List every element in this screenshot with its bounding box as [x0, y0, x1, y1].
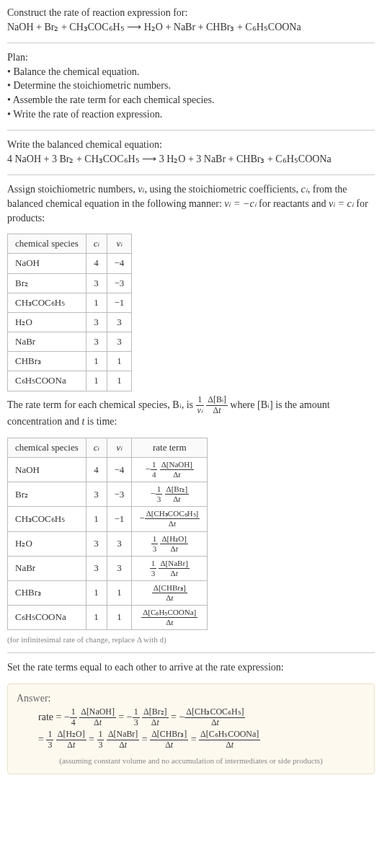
cell-nu: −1 [107, 507, 132, 531]
cell-c: 1 [86, 293, 107, 312]
col-rate: rate term [132, 438, 208, 458]
frac: 13 [133, 708, 140, 727]
cell-rate: −14 Δ[NaOH]Δt [132, 458, 208, 482]
cell-nu: 3 [107, 312, 132, 332]
balanced-title: Write the balanced chemical equation: [7, 138, 375, 152]
col-ci: cᵢ [86, 438, 107, 458]
cell-rate: Δ[C₆H₅COONa]Δt [132, 605, 208, 629]
table-row: H₂O 3 3 13 Δ[H₂O]Δt [8, 531, 208, 556]
set-equal-text: Set the rate terms equal to each other t… [7, 660, 375, 675]
table-row: NaOH 4 −4 −14 Δ[NaOH]Δt [8, 458, 208, 482]
cell-nu: −3 [107, 482, 132, 507]
table-row: NaOH 4 −4 [8, 254, 132, 273]
plan-step-text: Write the rate of reaction expression. [13, 109, 162, 120]
cell-species: CHBr₃ [8, 580, 86, 605]
table-row: CHBr₃ 1 1 Δ[CHBr₃]Δt [8, 580, 208, 605]
plan-step-text: Determine the stoichiometric numbers. [13, 80, 171, 91]
frac: 13 [97, 730, 105, 750]
table-header-row: chemical species cᵢ νᵢ rate term [8, 438, 208, 458]
cell-nu: 1 [107, 580, 132, 605]
table-row: C₆H₅COONa 1 1 Δ[C₆H₅COONa]Δt [8, 605, 208, 629]
cell-c: 3 [86, 273, 107, 293]
relation: νᵢ = cᵢ [329, 198, 354, 209]
cell-nu: 1 [107, 371, 132, 391]
plan-step: • Write the rate of reaction expression. [7, 107, 375, 122]
cell-rate: −Δ[CH₃COC₆H₅]Δt [132, 507, 208, 531]
col-species: chemical species [8, 234, 86, 254]
rate-prefix: rate = [38, 712, 64, 722]
rate-term-intro: The rate term for each chemical species,… [7, 396, 375, 429]
table-header-row: chemical species cᵢ νᵢ [8, 234, 132, 254]
assign-text: Assign stoichiometric numbers, [7, 184, 138, 195]
col-nui: νᵢ [107, 234, 132, 254]
cell-c: 1 [86, 371, 107, 391]
rate-line-2: = 13 Δ[H₂O]Δt = 13 Δ[NaBr]Δt = Δ[CHBr₃]Δ… [38, 730, 365, 750]
cell-species: CHBr₃ [8, 352, 86, 371]
divider [7, 43, 375, 43]
plan-step-text: Assemble the rate term for each chemical… [13, 94, 215, 105]
cell-nu: 3 [107, 556, 132, 580]
delta-b-over-t: Δ[Bᵢ]Δt [206, 396, 228, 415]
table-row: C₆H₅COONa 1 1 [8, 371, 132, 391]
c-i: cᵢ [301, 184, 308, 195]
table-row: Br₂ 3 −3 [8, 273, 132, 293]
cell-rate: Δ[CHBr₃]Δt [132, 580, 208, 605]
cell-rate: −13 Δ[Br₂]Δt [132, 482, 208, 507]
cell-c: 3 [86, 531, 107, 556]
col-species: chemical species [8, 438, 86, 458]
divider [7, 652, 375, 653]
table-row: NaBr 3 3 13 Δ[NaBr]Δt [8, 556, 208, 580]
assign-section: Assign stoichiometric numbers, νᵢ, using… [7, 182, 375, 225]
divider [7, 130, 375, 130]
header-equation: NaOH + Br₂ + CH₃COC₆H₅ ⟶ H₂O + NaBr + CH… [7, 20, 375, 35]
table-row: CH₃COC₆H₅ 1 −1 −Δ[CH₃COC₆H₅]Δt [8, 507, 208, 531]
plan-section: Plan: • Balance the chemical equation. •… [7, 50, 375, 121]
cell-c: 4 [86, 254, 107, 273]
frac: Δ[NaOH]Δt [79, 708, 116, 727]
cell-species: C₆H₅COONa [8, 605, 86, 629]
one-over-nu: 1νᵢ [196, 396, 204, 415]
cell-nu: 1 [107, 605, 132, 629]
col-nui: νᵢ [107, 438, 132, 458]
cell-nu: −4 [107, 254, 132, 273]
infinitesimal-note: (for infinitesimal rate of change, repla… [7, 634, 375, 645]
cell-c: 3 [86, 312, 107, 332]
cell-species: CH₃COC₆H₅ [8, 293, 86, 312]
cell-nu: −3 [107, 273, 132, 293]
frac: Δ[CH₃COC₆H₅]Δt [185, 708, 245, 727]
cell-c: 3 [86, 556, 107, 580]
cell-species: CH₃COC₆H₅ [8, 507, 86, 531]
balanced-section: Write the balanced chemical equation: 4 … [7, 138, 375, 166]
stoichiometric-table: chemical species cᵢ νᵢ NaOH 4 −4Br₂ 3 −3… [7, 234, 132, 391]
header-title: Construct the rate of reaction expressio… [7, 6, 375, 20]
cell-species: Br₂ [8, 273, 86, 293]
relation: νᵢ = −cᵢ [224, 198, 256, 209]
assumption-note: (assuming constant volume and no accumul… [17, 756, 365, 766]
frac: Δ[NaBr]Δt [107, 730, 139, 750]
table-row: CHBr₃ 1 1 [8, 352, 132, 371]
rate-text: is time: [84, 416, 117, 427]
plan-step-text: Balance the chemical equation. [13, 66, 139, 77]
cell-c: 3 [86, 332, 107, 352]
plan-step: • Determine the stoichiometric numbers. [7, 79, 375, 93]
cell-species: C₆H₅COONa [8, 371, 86, 391]
cell-c: 4 [86, 458, 107, 482]
cell-c: 1 [86, 352, 107, 371]
cell-rate: 13 Δ[NaBr]Δt [132, 556, 208, 580]
cell-species: NaOH [8, 254, 86, 273]
cell-nu: 3 [107, 332, 132, 352]
cell-nu: −1 [107, 293, 132, 312]
cell-species: NaOH [8, 458, 86, 482]
plan-step: • Balance the chemical equation. [7, 65, 375, 79]
balanced-equation: 4 NaOH + 3 Br₂ + CH₃COC₆H₅ ⟶ 3 H₂O + 3 N… [7, 152, 375, 167]
assign-text: , using the stoichiometric coefficients, [144, 184, 301, 195]
frac: 13 [46, 730, 53, 750]
cell-rate: 13 Δ[H₂O]Δt [132, 531, 208, 556]
frac: 14 [70, 708, 77, 727]
cell-species: NaBr [8, 556, 86, 580]
cell-nu: 1 [107, 352, 132, 371]
cell-species: NaBr [8, 332, 86, 352]
rate-text: The rate term for each chemical species,… [7, 399, 196, 409]
cell-c: 1 [86, 580, 107, 605]
table-row: CH₃COC₆H₅ 1 −1 [8, 293, 132, 312]
